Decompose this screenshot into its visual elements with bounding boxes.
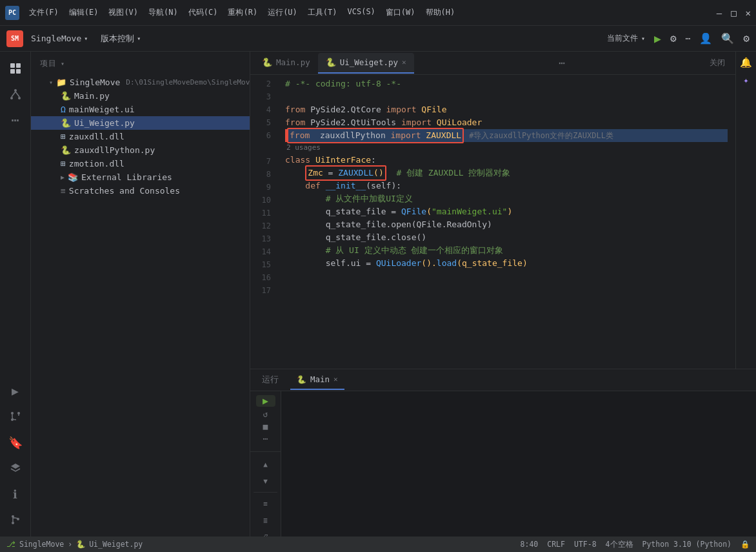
scroll-up-button[interactable]: ▲ [259, 457, 273, 471]
sidebar-item-structure[interactable] [4, 83, 27, 106]
status-position[interactable]: 8:40 [521, 540, 539, 549]
tree-item-ui-weiget-py[interactable]: 🐍 Ui_Weiget.py [31, 116, 250, 130]
version-control-button[interactable]: 版本控制 ▾ [101, 33, 141, 45]
bottom-tab-close-main[interactable]: ✕ [333, 375, 338, 383]
align-button[interactable]: ≡ [259, 496, 273, 511]
status-python[interactable]: Python 3.10 (Python) [642, 540, 731, 549]
window-controls[interactable]: — □ ✕ [717, 8, 751, 18]
more-options-button[interactable]: ⋯ [686, 34, 691, 43]
title-bar: PC 文件(F) 编辑(E) 视图(V) 导航(N) 代码(C) 重构(R) 运… [0, 0, 756, 26]
sidebar-item-layers[interactable] [4, 456, 27, 480]
menu-run[interactable]: 运行(U) [263, 5, 302, 20]
settings-icon[interactable]: ⚙ [743, 32, 750, 45]
sidebar-item-run[interactable]: ▶ [4, 379, 27, 402]
profile-icon[interactable]: 👤 [699, 32, 712, 45]
project-dropdown-icon: ▾ [84, 35, 88, 42]
code-line-17 [285, 283, 728, 296]
rerun-button[interactable]: ↺ [259, 409, 273, 419]
code-line-4: from PySide2.QtCore import QFile [285, 103, 728, 116]
tree-item-external-libs[interactable]: ▶ 📚 External Libraries [31, 170, 250, 184]
status-line-ending[interactable]: CRLF [547, 540, 565, 549]
code-line-14: # 从 UI 定义中动态 创建一个相应的窗口对象 [285, 244, 728, 257]
menu-bar[interactable]: 文件(F) 编辑(E) 视图(V) 导航(N) 代码(C) 重构(R) 运行(U… [25, 5, 459, 20]
code-line-9: def __init__ (self): [285, 179, 728, 192]
stop-button[interactable]: ■ [259, 422, 273, 431]
more-run-options[interactable]: ⋯ [259, 434, 273, 444]
tree-item-main-py[interactable]: 🐍 Main.py [31, 89, 250, 103]
status-branch[interactable]: SingleMove [19, 540, 64, 549]
menu-window[interactable]: 窗口(W) [381, 5, 420, 20]
run-output-area [281, 391, 756, 537]
status-bar: ⎇ SingleMove › 🐍 Ui_Weiget.py 8:40 CRLF … [0, 537, 756, 552]
current-file-button[interactable]: 当前文件 ▾ [607, 33, 645, 44]
file-tree-panel: 项目 ▾ ▾ 📁 SingleMove D:\01SingleMoveDemo\… [31, 52, 250, 537]
code-lines: # -*- coding: utf-8 -*- from PySide2.QtC… [277, 75, 735, 369]
menu-refactor[interactable]: 重构(R) [223, 5, 262, 20]
bottom-toolbar: ▶ ↺ ■ ⋯ ▲ ▼ ≡ ≣ 🖨 🗑 [250, 391, 281, 537]
sidebar-item-git[interactable] [4, 405, 27, 428]
folder-icon: 📁 [56, 77, 66, 87]
sidebar-item-more[interactable]: ⋯ [4, 108, 27, 132]
menu-help[interactable]: 帮助(H) [421, 5, 460, 20]
tree-item-project-root[interactable]: ▾ 📁 SingleMove D:\01SingleMoveDemo\Singl… [31, 76, 250, 89]
bottom-tab-main-label: Main [310, 374, 330, 384]
status-indent[interactable]: 4个空格 [606, 540, 633, 549]
tree-label-zmotion-dll: zmotion.dll [69, 159, 124, 169]
tree-item-zauxdll-dll[interactable]: ⊞ zauxdll.dll [31, 130, 250, 143]
tree-item-zmotion-dll[interactable]: ⊞ zmotion.dll [31, 157, 250, 170]
tab-ui-weiget-py[interactable]: 🐍 Ui_Weiget.py ✕ [318, 53, 414, 74]
status-file-path[interactable]: Ui_Weiget.py [89, 540, 143, 549]
tree-item-scratches[interactable]: ≡ Scratches and Consoles [31, 184, 250, 198]
code-line-16 [285, 270, 728, 283]
tab-close-ui-weiget[interactable]: ✕ [402, 58, 406, 66]
search-icon[interactable]: 🔍 [721, 32, 734, 45]
close-button[interactable]: ✕ [746, 8, 751, 18]
project-bar-right: 当前文件 ▾ ▶ ⚙ ⋯ 👤 🔍 ⚙ [607, 32, 750, 45]
align-bottom-button[interactable]: ≣ [259, 513, 273, 527]
bottom-tab-main[interactable]: 🐍 Main ✕ [290, 371, 344, 390]
code-line-usage: 2 usages [285, 142, 728, 154]
tree-label-main-py: Main.py [74, 91, 110, 101]
tree-item-zauxdllpython-py[interactable]: 🐍 zauxdllPython.py [31, 143, 250, 157]
sidebar-item-git-branch[interactable] [4, 508, 27, 531]
svg-line-7 [12, 92, 15, 97]
menu-vcs[interactable]: VCS(S) [343, 5, 380, 20]
debug-button[interactable]: ⚙ [670, 32, 677, 45]
bottom-tab-run[interactable]: 运行 [255, 371, 285, 390]
tree-label-zauxdll-dll: zauxdll.dll [69, 132, 124, 141]
tree-label-external-libs: External Libraries [81, 172, 172, 182]
project-dropdown-chevron[interactable]: ▾ [61, 60, 65, 67]
tab-main-py[interactable]: 🐍 Main.py [254, 53, 318, 74]
ai-icon[interactable]: ✦ [743, 75, 748, 85]
svg-rect-1 [16, 63, 21, 68]
code-editor[interactable]: 2 3 4 5 6 7 8 9 10 11 12 13 [250, 75, 735, 369]
sidebar-item-bookmark[interactable]: 🔖 [4, 431, 27, 454]
svg-point-10 [17, 412, 20, 414]
menu-view[interactable]: 视图(V) [104, 5, 143, 20]
tree-label-project: SingleMove [70, 77, 120, 87]
print-button[interactable]: 🖨 [259, 530, 273, 537]
run-button[interactable]: ▶ [654, 32, 661, 45]
maximize-button[interactable]: □ [731, 8, 736, 18]
status-encoding[interactable]: UTF-8 [574, 540, 597, 549]
project-name[interactable]: SingleMove ▾ [31, 34, 88, 43]
minimize-button[interactable]: — [717, 8, 722, 18]
py-file-icon-3: 🐍 [61, 145, 71, 155]
menu-code[interactable]: 代码(C) [184, 5, 223, 20]
python-status-icon: 🐍 [76, 540, 85, 549]
notification-icon[interactable]: 🔔 [740, 57, 752, 68]
menu-tools[interactable]: 工具(T) [303, 5, 342, 20]
tab-more-options[interactable]: ⋯ [559, 57, 565, 69]
close-editor-button[interactable]: 关闭 [710, 57, 725, 68]
run-program-button[interactable]: ▶ [256, 395, 275, 407]
menu-file[interactable]: 文件(F) [25, 5, 63, 20]
sidebar-item-project[interactable] [4, 57, 27, 80]
svg-point-13 [12, 522, 14, 524]
app-logo: PC [5, 6, 19, 20]
menu-edit[interactable]: 编辑(E) [65, 5, 103, 20]
scroll-down-button[interactable]: ▼ [259, 474, 273, 488]
tree-item-mainweiget-ui[interactable]: Ω mainWeiget.ui [31, 103, 250, 116]
menu-navigate[interactable]: 导航(N) [144, 5, 183, 20]
dll-file-icon-2: ⊞ [61, 159, 66, 169]
sidebar-item-info[interactable]: ℹ [4, 482, 27, 506]
